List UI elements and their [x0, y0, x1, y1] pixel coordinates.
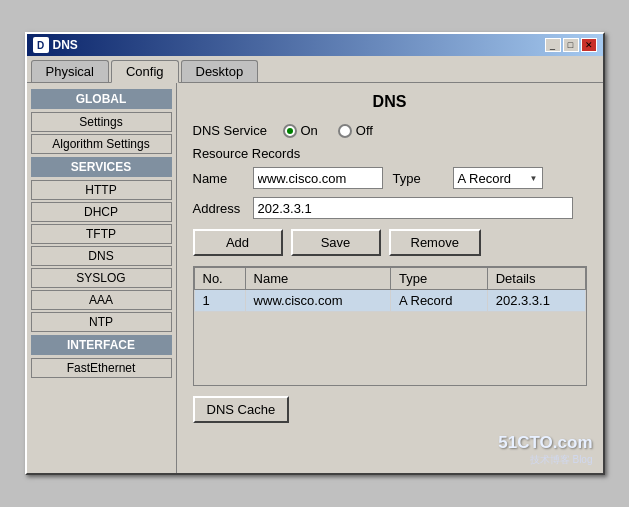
radio-group-dns-service: On Off [283, 123, 373, 138]
table-header-row: No. Name Type Details [194, 268, 585, 290]
type-label: Type [393, 171, 443, 186]
name-input[interactable] [253, 167, 383, 189]
radio-on-circle[interactable] [283, 124, 297, 138]
col-details: Details [487, 268, 585, 290]
minimize-button[interactable]: _ [545, 38, 561, 52]
address-label: Address [193, 201, 243, 216]
sidebar-item-syslog[interactable]: SYSLOG [31, 268, 172, 288]
sidebar-item-settings[interactable]: Settings [31, 112, 172, 132]
col-no: No. [194, 268, 245, 290]
sidebar-item-tftp[interactable]: TFTP [31, 224, 172, 244]
dns-service-row: DNS Service On Off [193, 123, 587, 138]
content-area: GLOBAL Settings Algorithm Settings SERVI… [27, 83, 603, 473]
window-title: DNS [53, 38, 78, 52]
name-label: Name [193, 171, 243, 186]
action-buttons: Add Save Remove [193, 229, 587, 256]
resource-records-label: Resource Records [193, 146, 587, 161]
cell-type: A Record [390, 290, 487, 312]
save-button[interactable]: Save [291, 229, 381, 256]
maximize-button[interactable]: □ [563, 38, 579, 52]
tabs-bar: Physical Config Desktop [27, 56, 603, 83]
cell-no: 1 [194, 290, 245, 312]
radio-on[interactable]: On [283, 123, 318, 138]
chevron-down-icon: ▼ [530, 174, 538, 183]
dns-service-label: DNS Service [193, 123, 273, 138]
col-name: Name [245, 268, 390, 290]
tab-config[interactable]: Config [111, 60, 179, 83]
title-bar: D DNS _ □ ✕ [27, 34, 603, 56]
sidebar-item-dns[interactable]: DNS [31, 246, 172, 266]
col-type: Type [390, 268, 487, 290]
sidebar: GLOBAL Settings Algorithm Settings SERVI… [27, 83, 177, 473]
radio-off[interactable]: Off [338, 123, 373, 138]
panel-title: DNS [193, 93, 587, 111]
dns-table: No. Name Type Details 1www.cisco.comA Re… [194, 267, 586, 312]
tab-physical[interactable]: Physical [31, 60, 109, 82]
radio-off-label: Off [356, 123, 373, 138]
sidebar-item-http[interactable]: HTTP [31, 180, 172, 200]
cell-details: 202.3.3.1 [487, 290, 585, 312]
add-button[interactable]: Add [193, 229, 283, 256]
sidebar-item-fastethernet[interactable]: FastEthernet [31, 358, 172, 378]
table-row[interactable]: 1www.cisco.comA Record202.3.3.1 [194, 290, 585, 312]
app-icon: D [33, 37, 49, 53]
global-header: GLOBAL [31, 89, 172, 109]
dns-table-container: No. Name Type Details 1www.cisco.comA Re… [193, 266, 587, 386]
remove-button[interactable]: Remove [389, 229, 481, 256]
sidebar-item-dhcp[interactable]: DHCP [31, 202, 172, 222]
sidebar-item-algorithm-settings[interactable]: Algorithm Settings [31, 134, 172, 154]
address-input[interactable] [253, 197, 573, 219]
sidebar-item-ntp[interactable]: NTP [31, 312, 172, 332]
address-row: Address [193, 197, 587, 219]
type-select[interactable]: A Record ▼ [453, 167, 543, 189]
radio-off-circle[interactable] [338, 124, 352, 138]
main-panel: DNS DNS Service On Off [177, 83, 603, 473]
title-buttons: _ □ ✕ [545, 38, 597, 52]
name-type-row: Name Type A Record ▼ [193, 167, 587, 189]
type-select-value: A Record [458, 171, 511, 186]
services-header: SERVICES [31, 157, 172, 177]
title-bar-left: D DNS [33, 37, 78, 53]
tab-desktop[interactable]: Desktop [181, 60, 259, 82]
radio-on-label: On [301, 123, 318, 138]
interface-header: INTERFACE [31, 335, 172, 355]
close-button[interactable]: ✕ [581, 38, 597, 52]
main-window: D DNS _ □ ✕ Physical Config Desktop [25, 32, 605, 475]
cell-name: www.cisco.com [245, 290, 390, 312]
sidebar-item-aaa[interactable]: AAA [31, 290, 172, 310]
dns-cache-button[interactable]: DNS Cache [193, 396, 290, 423]
